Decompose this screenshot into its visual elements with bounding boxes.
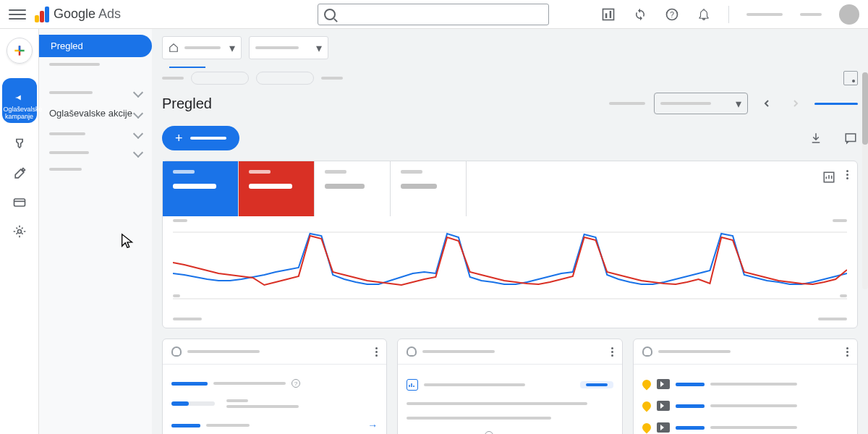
- menu-icon[interactable]: [9, 6, 26, 23]
- sidebar-campaigns-label: Oglaševalske akcije: [49, 108, 132, 119]
- svg-rect-8: [846, 134, 856, 142]
- sidebar-item-campaigns[interactable]: Oglaševalske akcije: [39, 102, 152, 124]
- search-input[interactable]: [318, 4, 549, 25]
- feedback-icon[interactable]: [843, 131, 858, 145]
- goals-icon[interactable]: [12, 137, 27, 152]
- date-compare-toggle[interactable]: [814, 103, 858, 105]
- lightbulb-icon: [642, 346, 652, 357]
- info-icon[interactable]: ?: [485, 431, 493, 434]
- help-icon[interactable]: ?: [665, 7, 679, 22]
- notifications-icon[interactable]: [697, 7, 711, 22]
- info-icon[interactable]: ?: [292, 379, 300, 388]
- doc-icon: [657, 422, 670, 433]
- chevron-down-icon: [133, 148, 143, 158]
- breadcrumb-tail: [321, 77, 343, 80]
- campaigns-rail-label: Oglaševalske kampanje: [4, 106, 35, 120]
- fire-icon: [640, 400, 652, 412]
- plus-icon: +: [175, 131, 183, 146]
- svg-rect-0: [603, 9, 614, 20]
- chart-type-icon[interactable]: [822, 170, 836, 184]
- header: Google Ads ?: [0, 0, 868, 29]
- account-filter[interactable]: ▾: [162, 36, 242, 59]
- trend-row-2[interactable]: [642, 395, 848, 417]
- progress-bar: [171, 401, 215, 406]
- fire-icon: [640, 422, 652, 434]
- account-id: [800, 13, 822, 16]
- sidebar-item-2[interactable]: [39, 83, 152, 102]
- svg-rect-5: [14, 199, 25, 206]
- card-menu-icon[interactable]: [611, 347, 613, 357]
- chevron-down-icon: [133, 108, 143, 118]
- insight-card-2: ?: [397, 339, 622, 434]
- filter-chip-2[interactable]: [256, 72, 314, 85]
- save-view-icon[interactable]: [843, 71, 858, 85]
- insight-card-3: [633, 339, 858, 434]
- card-menu-icon[interactable]: [846, 347, 848, 357]
- home-icon: [169, 43, 179, 53]
- fire-icon: [640, 378, 652, 391]
- date-prev-button[interactable]: [757, 93, 777, 114]
- sidebar-item-4[interactable]: [39, 143, 152, 162]
- card-1-title: [187, 350, 260, 353]
- metric-tab-4[interactable]: [391, 161, 467, 216]
- download-icon[interactable]: [809, 131, 823, 145]
- performance-chart: [163, 216, 857, 318]
- chevron-down-icon: [133, 88, 143, 98]
- reports-icon[interactable]: [601, 7, 616, 22]
- filter-chip-1[interactable]: [191, 72, 249, 85]
- video-icon: [657, 379, 670, 389]
- sidebar-item-3[interactable]: [39, 124, 152, 143]
- breadcrumb-label: [162, 77, 184, 80]
- campaigns-rail-button[interactable]: Oglaševalske kampanje: [2, 78, 37, 123]
- lightbulb-icon: [407, 346, 417, 357]
- trend-row-1[interactable]: [642, 373, 848, 395]
- refresh-icon[interactable]: [633, 7, 647, 22]
- svg-rect-1: [605, 13, 608, 18]
- card-menu-icon[interactable]: [846, 170, 848, 184]
- card-1-link-2[interactable]: [171, 424, 200, 427]
- chart-icon: [407, 379, 418, 391]
- metric-tab-1[interactable]: [163, 161, 239, 216]
- date-next-button: [786, 93, 806, 114]
- card-3-title: [658, 350, 731, 353]
- scrollbar[interactable]: [862, 72, 868, 289]
- svg-point-7: [17, 230, 21, 234]
- chart-start-date: [173, 318, 202, 320]
- arrow-right-icon[interactable]: →: [367, 420, 378, 431]
- card-1-link-1[interactable]: [171, 382, 208, 386]
- metric-tab-2[interactable]: [239, 161, 315, 216]
- billing-icon[interactable]: [12, 195, 27, 210]
- settings-icon[interactable]: [12, 224, 27, 239]
- trend-row-3[interactable]: [642, 417, 848, 434]
- sidebar-item-5[interactable]: [39, 162, 152, 176]
- logo-mark-icon: [35, 7, 49, 22]
- chevron-down-icon: [133, 129, 143, 139]
- main-content: ▾ ▾ Pregled ▾: [152, 29, 868, 434]
- logo: Google Ads: [35, 7, 121, 22]
- insight-card-1: ? → → →: [162, 339, 387, 434]
- sidebar-item-overview[interactable]: Pregled: [39, 35, 152, 57]
- lightbulb-icon: [171, 346, 182, 357]
- search-icon: [324, 9, 336, 20]
- sidebar-item-1[interactable]: [39, 57, 152, 72]
- performance-card: [162, 161, 858, 328]
- card-menu-icon[interactable]: [375, 347, 378, 357]
- svg-text:?: ?: [670, 10, 674, 19]
- nav-rail: Oglaševalske kampanje: [0, 29, 39, 434]
- date-label: [609, 102, 645, 105]
- chart-end-date: [818, 318, 847, 320]
- sidebar: Pregled Oglaševalske akcije: [39, 29, 152, 434]
- logo-text: Google Ads: [54, 7, 121, 22]
- tools-icon[interactable]: [12, 166, 27, 181]
- svg-rect-2: [610, 11, 612, 18]
- avatar[interactable]: [839, 4, 859, 25]
- date-range-select[interactable]: ▾: [654, 93, 748, 114]
- card-2-title: [422, 350, 495, 353]
- new-campaign-button[interactable]: +: [162, 126, 239, 150]
- video-icon: [657, 401, 670, 411]
- page-title: Pregled: [162, 95, 212, 112]
- campaign-filter[interactable]: ▾: [249, 36, 328, 59]
- create-button[interactable]: [7, 38, 33, 64]
- metric-tab-3[interactable]: [315, 161, 391, 216]
- account-name: [746, 13, 783, 16]
